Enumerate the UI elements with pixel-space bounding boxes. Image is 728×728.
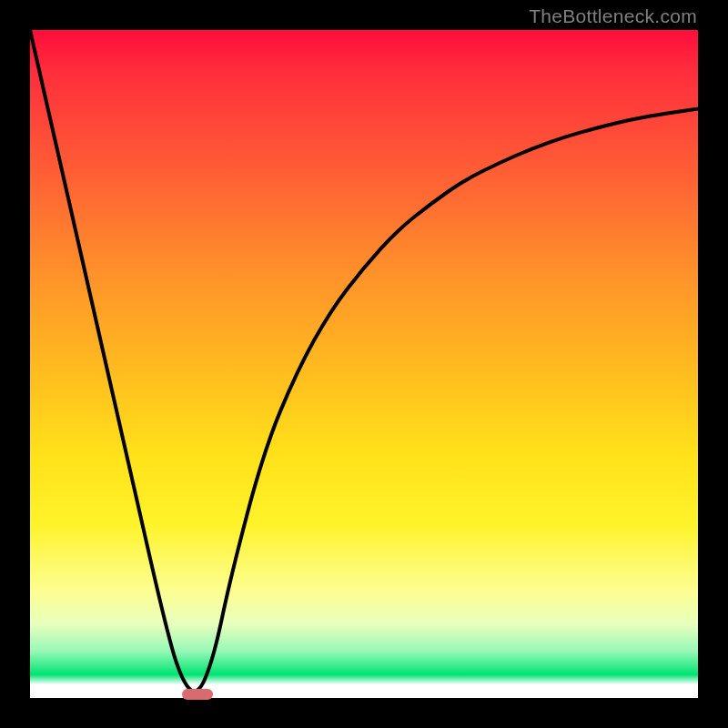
optimal-point-marker (182, 689, 213, 700)
curve-svg (30, 30, 698, 698)
plot-area (30, 30, 698, 698)
bottleneck-curve (30, 30, 698, 692)
watermark-text: TheBottleneck.com (529, 5, 697, 27)
chart-frame: TheBottleneck.com (0, 0, 728, 728)
